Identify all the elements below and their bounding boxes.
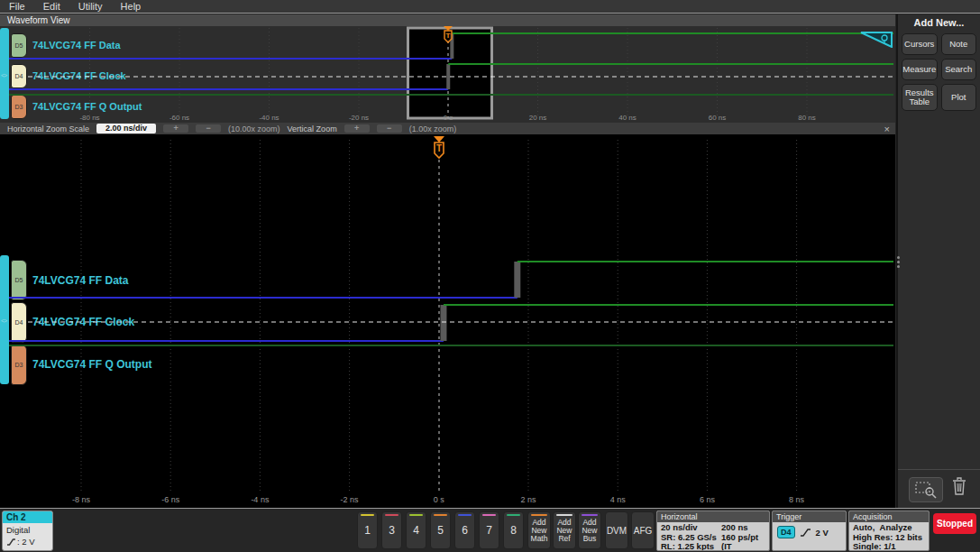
axis-tick-label: 40 ns [608,114,647,122]
menu-file[interactable]: File [9,1,25,12]
waveform-view-tab[interactable]: Waveform View [0,14,895,26]
v-zoom-plus-button[interactable]: + [344,124,370,133]
channel-tab-d4-label: D4 [15,319,23,326]
axis-tick-label: -80 ns [70,114,110,122]
zoom-toolbar: Horizontal Zoom Scale 2.00 ns/div + − (1… [0,123,895,134]
v-zoom-factor: (1.00x zoom) [409,124,457,133]
acquisition-count: Single: 1/1 [853,542,929,551]
window-duration: 200 ns [721,523,769,533]
add-new-math-button[interactable]: AddNewMath [527,511,551,549]
digital-channel-6-button[interactable]: 6 [454,511,475,549]
trigger-source-badge: D4 [777,526,795,538]
axis-tick-label: -40 ns [250,114,289,122]
trigger-panel[interactable]: Trigger D4 2 V [772,511,847,551]
horizontal-position: 50% [731,551,748,552]
h-zoom-minus-button[interactable]: − [196,124,221,133]
channel-tab-d5[interactable]: D5 [11,33,27,58]
edge-threshold-icon [6,538,16,547]
svg-text:T: T [446,32,451,40]
afg-button[interactable]: AFG [631,511,655,549]
axis-tick-label: -60 ns [160,114,199,122]
add-button-label: AddNewRef [556,519,572,543]
channel-tab-d3[interactable]: D3 [11,345,27,385]
digital-channel-1-button[interactable]: 1 [357,511,378,549]
channel-2-name: Ch 2 [3,511,52,523]
resolution: 160 ps/pt (IT [721,533,769,552]
search-button[interactable]: Search [941,59,977,80]
horizontal-panel-title: Horizontal [657,511,769,522]
axis-tick-label: 80 ns [787,114,827,122]
channel-2-badge[interactable]: Ch 2 Digital : 2 V [2,511,53,551]
dvm-button[interactable]: DVM [605,511,628,549]
axis-tick-label: 0 s [419,495,459,504]
digital-channel-label: 1 [364,524,371,537]
digital-channel-3-button[interactable]: 3 [381,511,402,549]
channel-tab-d5[interactable]: D5 [11,260,27,300]
digital-channel-label: 5 [437,524,444,537]
channel-label-d5: 74LVCG74 FF Data [32,274,128,287]
menu-help[interactable]: Help [121,1,142,12]
group-expand-icon[interactable]: <> [1,72,6,78]
axis-tick-label: -8 ns [61,495,101,504]
channel-tab-d4[interactable]: D4 [11,64,27,88]
waveform-overview[interactable]: <> D5 D4 D3 74LVCG74 FF Data 74LVCG74 FF… [0,26,895,123]
panel-grip-handle[interactable] [897,256,900,268]
menu-utility[interactable]: Utility [78,1,103,12]
channel-tab-d4[interactable]: D4 [11,302,27,343]
menu-edit[interactable]: Edit [43,1,60,12]
group-expand-icon[interactable]: <> [1,317,6,324]
axis-tick-label: -6 ns [151,495,190,504]
channel-tab-d5-label: D5 [15,277,23,283]
acquisition-mode: Auto, [853,522,875,532]
close-zoom-icon[interactable]: × [884,124,890,134]
waveform-main-view[interactable]: <> D5 D4 D3 74LVCG74 FF Data 74LVCG74 FF… [0,134,895,508]
axis-tick-label: -20 ns [339,114,379,122]
horizontal-scale: 20 ns/div [661,523,721,533]
trigger-level: 2 V [816,528,829,538]
digital-channel-7-button[interactable]: 7 [479,511,499,549]
measure-button[interactable]: Measure [902,59,938,80]
add-new-bus-button[interactable]: AddNewBus [578,511,601,549]
svg-text:T: T [436,143,442,153]
acquisition-panel-title: Acquisition [849,511,929,522]
h-zoom-plus-button[interactable]: + [163,124,188,133]
digital-channel-4-button[interactable]: 4 [406,511,426,549]
channel-tab-d3[interactable]: D3 [11,95,27,119]
horizontal-panel[interactable]: Horizontal 20 ns/div SR: 6.25 GS/s RL: 1… [656,511,770,551]
run-stop-status-button[interactable]: Stopped [933,513,976,534]
trigger-marker-main[interactable]: T [431,136,447,165]
acquisition-panel[interactable]: Acquisition Auto, Analyze High Res: 12 b… [848,511,930,551]
channel-tab-d5-label: D5 [15,42,23,49]
axis-tick-label: -2 ns [330,495,370,504]
add-new-ref-button[interactable]: AddNewRef [553,511,576,549]
trigger-marker-overview[interactable]: T [442,26,454,50]
bottom-bar: Ch 2 Digital : 2 V 1345678AddNewMathAddN… [0,508,980,552]
channel-2-threshold: : 2 V [17,536,35,547]
cursors-button[interactable]: Cursors [902,33,938,55]
channel-2-mode: Digital [6,524,49,536]
plot-button[interactable]: Plot [941,84,977,111]
digital-channel-label: 6 [462,524,468,537]
digital-channel-8-button[interactable]: 8 [503,511,524,549]
box-zoom-tool-button[interactable] [909,477,943,502]
channel-label-d3: 74LVCG74 FF Q Output [32,101,142,112]
digital-channel-label: 3 [389,524,395,537]
horizontal-zoom-scale-input[interactable]: 2.00 ns/div [96,124,156,133]
waveform-area: Waveform View <> D5 D4 D3 74LVCG74 FF Da… [0,14,895,508]
add-button-label: AddNewMath [531,519,548,543]
results-table-button[interactable]: Results Table [902,84,938,111]
box-zoom-icon [914,481,938,499]
channel-label-d3: 74LVCG74 FF Q Output [32,358,151,371]
channel-label-d4: 74LVCG74 FF Clock [32,316,134,328]
v-zoom-minus-button[interactable]: − [377,124,402,133]
draw-a-box-zoom-icon[interactable] [860,32,893,51]
digital-channel-label: 7 [486,524,492,537]
note-button[interactable]: Note [941,33,977,55]
axis-tick-label: 20 ns [518,114,558,122]
rising-edge-icon [800,528,811,538]
panel-footer [898,469,980,508]
channel-tab-d3-label: D3 [15,104,23,110]
trash-icon[interactable] [951,476,967,500]
axis-tick-label: 0 s [428,114,468,122]
digital-channel-5-button[interactable]: 5 [430,511,451,549]
